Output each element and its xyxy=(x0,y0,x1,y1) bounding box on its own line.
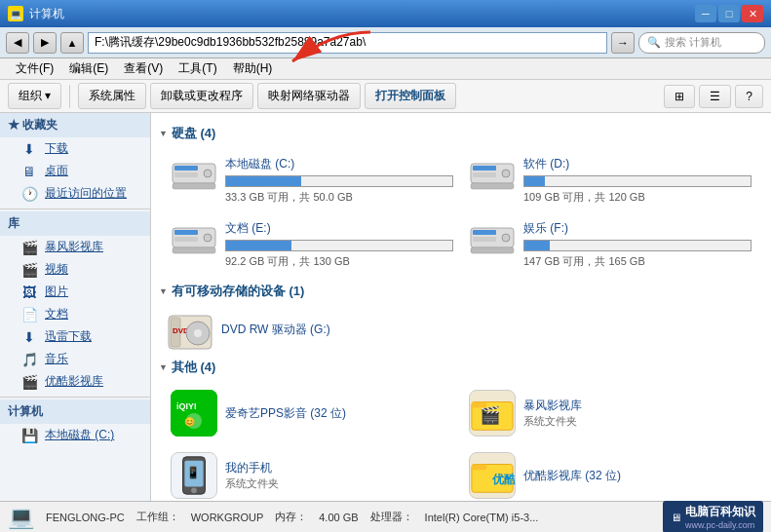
sidebar-item-youku[interactable]: 🎬 优酷影视库 xyxy=(0,370,150,393)
drive-item-e[interactable]: 文档 (E:) 92.2 GB 可用，共 130 GB xyxy=(167,216,457,273)
search-box[interactable]: 🔍 搜索 计算机 xyxy=(638,32,765,54)
pictures-icon: 🖼 xyxy=(19,285,39,300)
brand-text: 电脑百科知识 www.pc-daily.com xyxy=(685,504,755,530)
brand-name: 电脑百科知识 xyxy=(685,504,755,520)
drive-f-name: 娱乐 (F:) xyxy=(523,220,752,237)
video-icon: 🎬 xyxy=(19,262,39,278)
svg-text:📱: 📱 xyxy=(186,466,201,479)
other-item-phone[interactable]: 📱 我的手机 系统文件夹 xyxy=(167,448,457,501)
view-icon-button[interactable]: ⊞ xyxy=(664,85,695,108)
sidebar-item-documents[interactable]: 📄 文档 xyxy=(0,303,150,325)
window-container: 💻 计算机 ─ □ ✕ ◀ ▶ ▲ → 🔍 搜索 计算机 文件(F) 编辑(E)… xyxy=(0,0,771,532)
uninstall-button[interactable]: 卸载或更改程序 xyxy=(150,83,253,109)
menu-help[interactable]: 帮助(H) xyxy=(225,58,281,79)
drive-e-name: 文档 (E:) xyxy=(225,220,453,237)
menu-edit[interactable]: 编辑(E) xyxy=(61,58,116,79)
status-right: 🖥 电脑百科知识 www.pc-daily.com xyxy=(663,501,763,532)
other-item-iqiyi[interactable]: iQIYI 😊 爱奇艺PPS影音 (32 位) xyxy=(167,386,457,440)
sidebar-item-music[interactable]: 🎵 音乐 xyxy=(0,348,150,370)
hard-disks-section-title[interactable]: 硬盘 (4) xyxy=(159,121,763,146)
sidebar-item-pictures[interactable]: 🖼 图片 xyxy=(0,281,150,303)
brand-icon: 🖥 xyxy=(671,512,681,523)
sidebar-divider-2 xyxy=(0,397,150,398)
toolbar-separator-1 xyxy=(69,85,70,108)
sidebar-favorites-section: ★ 收藏夹 ⬇ 下载 🖥 桌面 🕐 最近访问的位置 xyxy=(0,113,150,205)
menu-tools[interactable]: 工具(T) xyxy=(171,58,224,79)
up-button[interactable]: ▲ xyxy=(60,32,84,54)
xunlei-icon: ⬇ xyxy=(19,329,39,345)
sidebar-computer-section: 计算机 💾 本地磁盘 (C:) xyxy=(0,399,150,446)
sidebar-item-recent[interactable]: 🕐 最近访问的位置 xyxy=(0,182,150,205)
svg-point-18 xyxy=(502,234,510,242)
brand-url: www.pc-daily.com xyxy=(685,520,755,530)
search-icon: 🔍 xyxy=(647,36,661,49)
drive-item-d[interactable]: 软件 (D:) 109 GB 可用，共 120 GB xyxy=(465,152,755,209)
sidebar-item-video[interactable]: 🎬 视频 xyxy=(0,258,150,281)
close-button[interactable]: ✕ xyxy=(742,5,763,22)
map-drive-button[interactable]: 映射网络驱动器 xyxy=(257,83,361,109)
svg-point-13 xyxy=(204,234,212,242)
recent-icon: 🕐 xyxy=(19,186,39,202)
svg-rect-14 xyxy=(173,247,215,253)
control-panel-button[interactable]: 打开控制面板 xyxy=(365,83,456,109)
system-props-button[interactable]: 系统属性 xyxy=(78,83,146,109)
sidebar-item-baofeng[interactable]: 🎬 暴风影视库 xyxy=(0,236,150,258)
main-layout: ★ 收藏夹 ⬇ 下载 🖥 桌面 🕐 最近访问的位置 库 xyxy=(0,113,771,501)
address-input[interactable] xyxy=(88,32,607,54)
back-button[interactable]: ◀ xyxy=(6,32,29,54)
drive-item-c[interactable]: 本地磁盘 (C:) 33.3 GB 可用，共 50.0 GB xyxy=(167,152,457,209)
drive-e-size: 92.2 GB 可用，共 130 GB xyxy=(225,254,453,269)
drive-d-bar-container xyxy=(523,175,752,187)
status-workgroup: WORKGROUP xyxy=(191,512,264,523)
window-controls: ─ □ ✕ xyxy=(695,5,763,22)
sidebar-item-xunlei[interactable]: ⬇ 迅雷下载 xyxy=(0,325,150,348)
others-grid: iQIYI 😊 爱奇艺PPS影音 (32 位) xyxy=(159,380,763,501)
phone-name: 我的手机 xyxy=(225,460,453,476)
sidebar-item-download[interactable]: ⬇ 下载 xyxy=(0,137,150,160)
svg-rect-6 xyxy=(473,166,496,171)
status-workgroup-label: 工作组： xyxy=(136,510,179,524)
menu-view[interactable]: 查看(V) xyxy=(116,58,171,79)
svg-rect-19 xyxy=(471,247,514,253)
maximize-button[interactable]: □ xyxy=(718,5,740,22)
other-item-baofeng[interactable]: 🎬 暴风影视库 系统文件夹 xyxy=(465,386,755,440)
forward-button[interactable]: ▶ xyxy=(33,32,57,54)
sidebar-item-desktop-label: 桌面 xyxy=(45,163,68,179)
iqiyi-icon: iQIYI 😊 xyxy=(171,390,217,437)
computer-status-icon: 💻 xyxy=(8,505,34,530)
sidebar-favorites-header[interactable]: ★ 收藏夹 xyxy=(0,113,150,137)
removable-section-title[interactable]: 有可移动存储的设备 (1) xyxy=(159,279,763,304)
address-bar: ◀ ▶ ▲ → 🔍 搜索 计算机 xyxy=(0,27,771,58)
documents-icon: 📄 xyxy=(19,307,39,323)
status-memory-label: 内存： xyxy=(275,510,307,524)
sidebar-item-xunlei-label: 迅雷下载 xyxy=(45,328,92,345)
svg-text:优酷: 优酷 xyxy=(491,473,515,485)
drive-f-bar xyxy=(524,241,550,250)
svg-rect-1 xyxy=(174,166,198,171)
download-icon: ⬇ xyxy=(19,141,39,157)
organize-button[interactable]: 组织 ▾ xyxy=(8,83,61,109)
window-icon: 💻 xyxy=(8,6,23,21)
status-cpu: Intel(R) Core(TM) i5-3... xyxy=(425,512,539,523)
menu-file[interactable]: 文件(F) xyxy=(8,58,61,79)
minimize-button[interactable]: ─ xyxy=(695,5,716,22)
view-list-button[interactable]: ☰ xyxy=(699,85,731,108)
svg-rect-4 xyxy=(173,183,215,189)
help-button[interactable]: ? xyxy=(735,85,763,108)
drive-c-size: 33.3 GB 可用，共 50.0 GB xyxy=(225,190,453,205)
dvd-item[interactable]: DVD DVD RW 驱动器 (G:) xyxy=(159,304,763,355)
go-button[interactable]: → xyxy=(611,32,635,54)
svg-text:iQIYI: iQIYI xyxy=(176,401,197,411)
sidebar-libraries-header[interactable]: 库 xyxy=(0,211,150,236)
sidebar-item-c-drive[interactable]: 💾 本地磁盘 (C:) xyxy=(0,424,150,446)
sidebar: ★ 收藏夹 ⬇ 下载 🖥 桌面 🕐 最近访问的位置 库 xyxy=(0,113,151,501)
others-section-title[interactable]: 其他 (4) xyxy=(159,355,763,380)
drive-item-f[interactable]: 娱乐 (F:) 147 GB 可用，共 165 GB xyxy=(465,216,755,273)
drive-c-info: 本地磁盘 (C:) 33.3 GB 可用，共 50.0 GB xyxy=(225,156,453,205)
dvd-icon: DVD xyxy=(167,310,213,349)
drive-c-bar xyxy=(226,176,301,186)
sidebar-item-desktop[interactable]: 🖥 桌面 xyxy=(0,160,150,182)
iqiyi-name: 爱奇艺PPS影音 (32 位) xyxy=(225,405,453,422)
other-item-youku[interactable]: 优酷 优酷影视库 (32 位) xyxy=(465,448,755,501)
sidebar-computer-header[interactable]: 计算机 xyxy=(0,399,150,424)
